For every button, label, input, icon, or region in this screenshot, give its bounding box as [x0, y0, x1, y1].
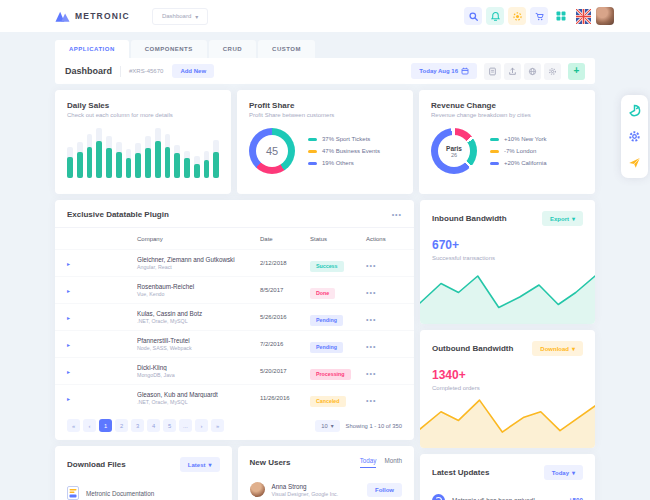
profit-share-donut-chart: 45 — [249, 128, 295, 174]
column-date[interactable]: Date — [260, 236, 310, 242]
row-actions-icon[interactable]: ••• — [366, 316, 376, 323]
expand-row-icon[interactable]: ▸ — [67, 395, 83, 402]
language-flag-uk-icon[interactable] — [574, 7, 592, 25]
sales-bar — [96, 128, 102, 178]
row-actions-icon[interactable]: ••• — [366, 343, 376, 350]
user-avatar[interactable] — [596, 7, 614, 25]
pagination-page-1[interactable]: 1 — [99, 419, 112, 432]
pagination-next-icon[interactable]: » — [211, 419, 224, 432]
pagination-prev-icon[interactable]: ‹ — [83, 419, 96, 432]
sales-bar — [126, 128, 132, 178]
more-options-icon[interactable]: ••• — [392, 211, 402, 218]
follow-button[interactable]: Follow — [367, 483, 402, 497]
globe-icon[interactable] — [524, 63, 541, 80]
notifications-bell-icon[interactable] — [486, 7, 504, 25]
card-title: Inbound Bandwidth — [432, 214, 507, 223]
pagination-page-...[interactable]: ... — [179, 419, 192, 432]
company-tech: Node, SASS, Webpack — [137, 345, 260, 351]
subheader-tools: Today Aug 16 + — [411, 63, 585, 80]
company-name: Gleichner, Ziemann and Gutkowski — [137, 256, 260, 263]
period-tabs: Today Month — [360, 457, 402, 468]
latest-filter-button[interactable]: Latest ▾ — [180, 457, 220, 472]
row-actions-icon[interactable]: ••• — [366, 370, 376, 377]
settings-gear-icon[interactable] — [544, 63, 561, 80]
column-company[interactable]: Company — [137, 236, 260, 242]
main-content: Daily Sales Check out each column for mo… — [55, 90, 595, 500]
legend-dash-icon — [490, 138, 499, 141]
share-upload-icon[interactable] — [504, 63, 521, 80]
expand-row-icon[interactable]: ▸ — [67, 368, 83, 375]
tab-components[interactable]: COMPONENTS — [131, 40, 207, 58]
legend-label: +10% New York — [504, 136, 547, 142]
sales-bar — [184, 128, 190, 178]
pagination-prev-icon[interactable]: « — [67, 419, 80, 432]
date-picker-button[interactable]: Today Aug 16 — [411, 63, 477, 79]
company-tech: .NET, Oracle, MySQL — [137, 318, 260, 324]
datatable-title: Exclusive Datatable Plugin — [67, 210, 169, 219]
legend-item: +10% New York — [490, 136, 547, 142]
tab-application[interactable]: APPLICATION — [55, 40, 129, 58]
divider — [120, 66, 121, 77]
quick-settings-icon[interactable] — [508, 7, 526, 25]
legend-item: 47% Business Events — [308, 148, 380, 154]
card-title: New Users — [250, 458, 291, 467]
user-list-item: Anna Strong Visual Designer, Google Inc.… — [250, 482, 403, 497]
latest-updates-card: Latest Updates Today ▾ Metronic v6 has b… — [420, 454, 595, 500]
card-subtitle: Profit Share between customers — [249, 112, 401, 118]
row-date: 8/5/2017 — [260, 287, 310, 293]
row-date: 7/2/2016 — [260, 341, 310, 347]
legend-label: +20% California — [504, 160, 547, 166]
row-actions-icon[interactable]: ••• — [366, 397, 376, 404]
pagination-page-3[interactable]: 3 — [131, 419, 144, 432]
add-new-button[interactable]: Add New — [172, 64, 214, 78]
status-badge: Done — [310, 288, 335, 299]
tab-month[interactable]: Month — [384, 457, 402, 468]
table-row[interactable]: ▸Pfannerstill-TreutelNode, SASS, Webpack… — [55, 330, 414, 357]
table-header: Company Date Status Actions — [55, 227, 414, 249]
file-list-item[interactable]: Metronic Documentation — [67, 486, 220, 500]
table-row[interactable]: ▸Gleason, Kub and Marquardt.NET, Oracle,… — [55, 384, 414, 411]
pagination-page-5[interactable]: 5 — [163, 419, 176, 432]
inbound-line-chart — [420, 264, 595, 324]
page-title: Dashboard — [65, 66, 112, 76]
search-icon[interactable] — [464, 7, 482, 25]
table-row[interactable]: ▸Kulas, Cassin and Botz.NET, Oracle, MyS… — [55, 303, 414, 330]
table-row[interactable]: ▸Dicki-KlingMongoDB, Java5/20/2017Proces… — [55, 357, 414, 384]
apps-grid-icon[interactable] — [552, 7, 570, 25]
sales-bar — [204, 128, 210, 178]
column-status[interactable]: Status — [310, 236, 366, 242]
table-row[interactable]: ▸Gleichner, Ziemann and GutkowskiAngular… — [55, 249, 414, 276]
pagination-next-icon[interactable]: › — [195, 419, 208, 432]
expand-row-icon[interactable]: ▸ — [67, 341, 83, 348]
app-logo[interactable]: METRONIC — [55, 10, 130, 22]
report-document-icon[interactable] — [484, 63, 501, 80]
settings-gear-icon[interactable] — [627, 129, 642, 144]
add-button[interactable]: + — [568, 63, 585, 80]
expand-row-icon[interactable]: ▸ — [67, 314, 83, 321]
today-filter-button[interactable]: Today ▾ — [544, 465, 583, 480]
legend-item: -7% London — [490, 148, 547, 154]
cart-icon[interactable] — [530, 7, 548, 25]
table-row[interactable]: ▸Rosenbaum-ReichelVue, Kendo8/5/2017Done… — [55, 276, 414, 303]
status-badge: Success — [310, 261, 344, 272]
pagination-page-2[interactable]: 2 — [115, 419, 128, 432]
expand-row-icon[interactable]: ▸ — [67, 287, 83, 294]
sales-bar — [67, 128, 73, 178]
per-page-select[interactable]: 10 ▾ — [315, 420, 339, 432]
dashboard-dropdown[interactable]: Dashboard ▾ — [152, 8, 208, 25]
expand-row-icon[interactable]: ▸ — [67, 260, 83, 267]
legend-item: +20% California — [490, 160, 547, 166]
row-actions-icon[interactable]: ••• — [366, 262, 376, 269]
outbound-line-chart — [420, 390, 595, 448]
donut-center-city: Paris — [446, 145, 462, 152]
tab-today[interactable]: Today — [360, 457, 377, 468]
export-button[interactable]: Export ▾ — [542, 211, 583, 226]
charts-pie-icon[interactable] — [627, 103, 642, 118]
tab-crud[interactable]: CRUD — [209, 40, 256, 58]
pagination-page-4[interactable]: 4 — [147, 419, 160, 432]
send-plane-icon[interactable] — [627, 155, 642, 170]
download-button[interactable]: Download ▾ — [532, 341, 583, 356]
card-subtitle: Check out each column for more details — [67, 112, 219, 118]
tab-custom[interactable]: CUSTOM — [258, 40, 315, 58]
row-actions-icon[interactable]: ••• — [366, 289, 376, 296]
